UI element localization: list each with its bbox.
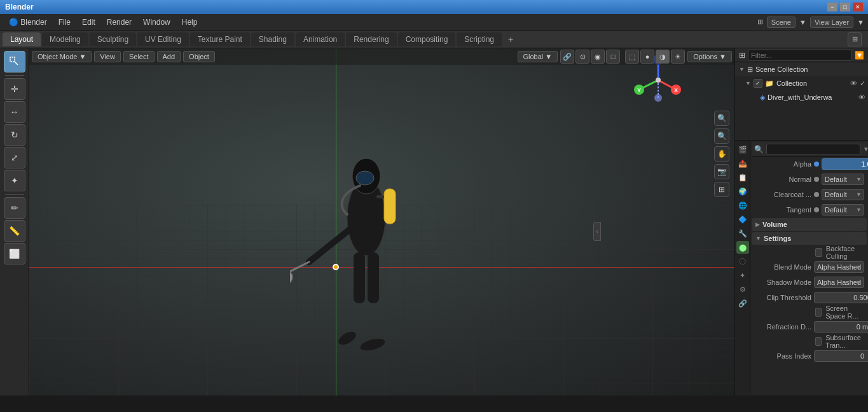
- menu-file[interactable]: File: [53, 17, 76, 28]
- tab-layout[interactable]: Layout: [3, 32, 41, 46]
- prop-icon-render[interactable]: 🎬: [736, 143, 749, 156]
- tool-scale[interactable]: ⤢: [4, 147, 25, 168]
- object-menu[interactable]: Object: [183, 51, 215, 62]
- tab-shading[interactable]: Shading: [251, 32, 294, 46]
- blend-mode-select[interactable]: Alpha Hashed Opaque Alpha Clip Alpha Ble…: [814, 261, 864, 273]
- settings-section-header[interactable]: ▼ Settings · · ·: [752, 232, 867, 245]
- properties-search-input[interactable]: [766, 144, 860, 155]
- xray-btn[interactable]: □: [606, 50, 620, 64]
- collections-btn[interactable]: ⊞: [714, 182, 729, 197]
- pass-index-input[interactable]: [814, 350, 868, 362]
- add-menu[interactable]: Add: [157, 51, 181, 62]
- options-btn[interactable]: Options ▼: [687, 51, 732, 62]
- refraction-d-input[interactable]: [814, 321, 868, 333]
- prop-icon-physics[interactable]: ⚙: [736, 283, 749, 296]
- menu-blender[interactable]: 🔵 Blender: [4, 17, 52, 28]
- tool-transform[interactable]: ✦: [4, 170, 25, 191]
- rendered-btn[interactable]: ☀: [671, 50, 685, 64]
- minimize-button[interactable]: −: [827, 3, 837, 11]
- alpha-dot: [814, 161, 819, 167]
- camera-btn[interactable]: 📷: [714, 164, 729, 179]
- outliner-collection[interactable]: ▼ ✓ 📁 Collection 👁 ✓: [735, 76, 868, 90]
- close-button[interactable]: ✕: [853, 3, 863, 11]
- right-panel-collapse[interactable]: ‹: [593, 222, 601, 241]
- shadow-mode-select[interactable]: Alpha Hashed None Opaque Alpha Clip: [814, 277, 864, 288]
- solid-btn[interactable]: ●: [640, 50, 654, 64]
- prop-icon-modifiers[interactable]: 🔧: [736, 227, 749, 240]
- tab-sculpting[interactable]: Sculpting: [90, 32, 136, 46]
- proportional-edit-btn[interactable]: ⊙: [575, 50, 589, 64]
- collection-eye[interactable]: 👁: [850, 79, 857, 87]
- prop-icon-particles[interactable]: ✦: [736, 269, 749, 282]
- tab-scripting[interactable]: Scripting: [457, 32, 502, 46]
- zoom-in-btn[interactable]: 🔍: [714, 111, 729, 126]
- normal-select[interactable]: Default: [822, 174, 864, 185]
- scene-selector[interactable]: Scene: [767, 17, 796, 28]
- select-menu[interactable]: Select: [123, 51, 155, 62]
- tool-move[interactable]: ↔: [4, 101, 25, 123]
- screen-space-r-checkbox[interactable]: [815, 308, 822, 317]
- prop-icon-data[interactable]: 〇: [736, 255, 749, 268]
- view-menu[interactable]: View: [94, 51, 121, 62]
- menu-window[interactable]: Window: [138, 17, 176, 28]
- prop-icon-scene[interactable]: 🌍: [736, 185, 749, 198]
- menu-render[interactable]: Render: [102, 17, 137, 28]
- diver-eye[interactable]: 👁: [858, 93, 865, 101]
- pan-btn[interactable]: ✋: [714, 146, 729, 161]
- clearcoat-dot: [814, 192, 819, 197]
- collection-check2[interactable]: ✓: [860, 79, 865, 88]
- prop-icon-world[interactable]: 🌐: [736, 199, 749, 212]
- tab-animation[interactable]: Animation: [296, 32, 345, 46]
- subsurface-tran-label: Subsurface Tran...: [825, 334, 864, 349]
- tool-cursor[interactable]: ✛: [4, 78, 25, 100]
- tangent-select[interactable]: Default: [822, 204, 864, 216]
- tab-uv-editing[interactable]: UV Editing: [137, 32, 189, 46]
- snap-btn[interactable]: 🔗: [560, 50, 574, 64]
- outliner-diver[interactable]: ▶ ◈ Diver_with_Underwa 👁: [735, 90, 868, 104]
- clearcoat-select[interactable]: Default: [822, 189, 864, 200]
- prop-icon-constraints[interactable]: 🔗: [736, 297, 749, 310]
- collection-check[interactable]: ✓: [754, 79, 762, 88]
- global-dropdown[interactable]: Global ▼: [518, 51, 558, 62]
- prop-icon-view-layer[interactable]: 📋: [736, 171, 749, 184]
- backface-culling-checkbox[interactable]: [815, 248, 822, 257]
- outliner-search[interactable]: [748, 50, 852, 61]
- tool-rotate[interactable]: ↻: [4, 124, 25, 146]
- tool-add-cube[interactable]: ⬜: [4, 243, 25, 264]
- volume-section-header[interactable]: ▶ Volume · · ·: [752, 218, 867, 231]
- outliner-scene-collection[interactable]: ▼ ⊞ Scene Collection: [735, 62, 868, 76]
- viewport-icon-btn[interactable]: ⊞: [848, 32, 862, 46]
- wireframe-btn[interactable]: ⬚: [625, 50, 639, 64]
- alpha-input[interactable]: [822, 158, 868, 170]
- subsurface-tran-checkbox[interactable]: [815, 337, 822, 346]
- object-mode-dropdown[interactable]: Object Mode ▼: [32, 51, 92, 62]
- normal-label: Normal: [754, 175, 811, 183]
- shading-controls: ⬚ ● ◑ ☀: [625, 50, 685, 64]
- view-layer-label[interactable]: View Layer: [810, 17, 853, 28]
- tab-rendering[interactable]: Rendering: [346, 32, 396, 46]
- zoom-out-btn[interactable]: 🔍: [714, 128, 729, 144]
- subsurface-tran-row: Subsurface Tran...: [752, 335, 867, 348]
- tool-measure[interactable]: 📏: [4, 220, 25, 242]
- menu-help[interactable]: Help: [177, 17, 203, 28]
- menu-edit[interactable]: Edit: [77, 17, 100, 28]
- svg-rect-6: [376, 195, 384, 198]
- clip-threshold-input[interactable]: [814, 292, 868, 303]
- app-title: Blender: [5, 3, 34, 11]
- prop-icon-material[interactable]: ⬤: [736, 241, 749, 254]
- tool-annotate[interactable]: ✏: [4, 197, 25, 219]
- refraction-d-row: Refraction D...: [752, 320, 867, 334]
- maximize-button[interactable]: □: [840, 3, 850, 11]
- tool-select-box[interactable]: [4, 51, 25, 72]
- outliner-filter-icon[interactable]: 🔽: [855, 51, 864, 60]
- overlay-btn[interactable]: ◉: [591, 50, 605, 64]
- tab-modeling[interactable]: Modeling: [42, 32, 88, 46]
- tab-add-button[interactable]: +: [503, 32, 518, 47]
- material-preview-btn[interactable]: ◑: [656, 50, 670, 64]
- tangent-dot: [814, 207, 819, 212]
- tab-texture-paint[interactable]: Texture Paint: [190, 32, 250, 46]
- volume-dots: · · ·: [854, 221, 863, 228]
- prop-icon-object[interactable]: 🔷: [736, 213, 749, 226]
- tab-compositing[interactable]: Compositing: [398, 32, 456, 46]
- prop-icon-output[interactable]: 📤: [736, 157, 749, 170]
